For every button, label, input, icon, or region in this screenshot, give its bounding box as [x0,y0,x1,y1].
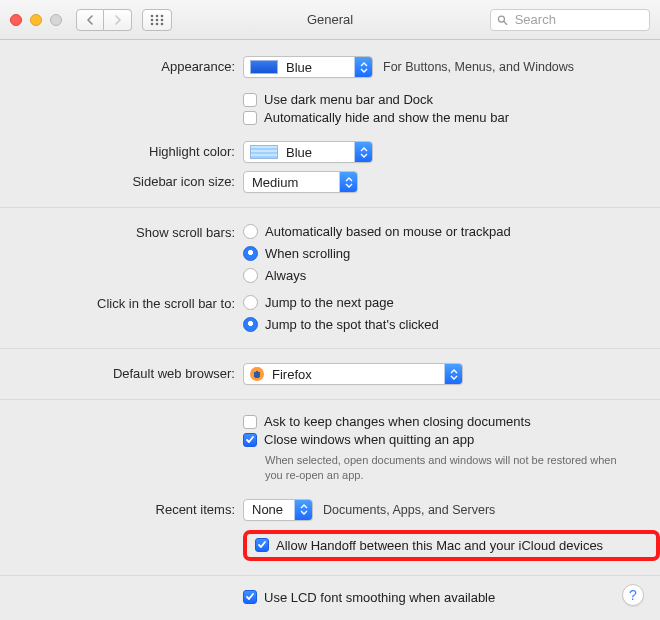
grid-icon [150,14,164,26]
appearance-label: Appearance: [0,56,243,74]
forward-button[interactable] [104,9,132,31]
click-scroll-label: Click in the scroll bar to: [0,293,243,311]
help-button[interactable]: ? [622,584,644,606]
browser-label: Default web browser: [0,363,243,381]
svg-point-9 [498,16,504,22]
auto-hide-menubar-label: Automatically hide and show the menu bar [264,110,509,125]
appearance-hint: For Buttons, Menus, and Windows [383,60,574,74]
chevron-up-down-icon [294,500,312,520]
dark-menu-checkbox[interactable]: Use dark menu bar and Dock [243,92,660,107]
sidebar-size-popup[interactable]: Medium [243,171,358,193]
search-input[interactable] [513,11,643,29]
svg-point-3 [151,18,154,21]
search-icon [497,14,508,26]
scrollbars-option-auto[interactable]: Automatically based on mouse or trackpad [243,224,660,239]
svg-point-8 [161,22,164,25]
handoff-highlight: Allow Handoff between this Mac and your … [243,530,660,561]
auto-hide-menubar-checkbox[interactable]: Automatically hide and show the menu bar [243,110,660,125]
browser-value: Firefox [264,367,444,382]
recent-items-suffix: Documents, Apps, and Servers [323,503,495,517]
svg-line-10 [504,21,507,24]
close-windows-note: When selected, open documents and window… [265,453,625,483]
ask-keep-changes-checkbox[interactable]: Ask to keep changes when closing documen… [243,414,660,429]
chevron-up-down-icon [354,57,372,77]
scrollbars-label: Show scroll bars: [0,222,243,240]
svg-point-2 [161,14,164,17]
chevron-up-down-icon [354,142,372,162]
firefox-icon [250,367,264,381]
recent-items-value: None [244,502,294,517]
dark-menu-label: Use dark menu bar and Dock [264,92,433,107]
sidebar-size-value: Medium [244,175,339,190]
highlight-swatch [250,145,278,159]
highlight-popup[interactable]: Blue [243,141,373,163]
zoom-window-button [50,14,62,26]
click-scroll-option-page[interactable]: Jump to the next page [243,295,660,310]
back-button[interactable] [76,9,104,31]
highlight-label: Highlight color: [0,141,243,159]
browser-popup[interactable]: Firefox [243,363,463,385]
click-scroll-option-spot[interactable]: Jump to the spot that's clicked [243,317,660,332]
search-field[interactable] [490,9,650,31]
close-window-button[interactable] [10,14,22,26]
appearance-popup[interactable]: Blue [243,56,373,78]
scrollbars-option-always[interactable]: Always [243,268,660,283]
svg-point-7 [156,22,159,25]
recent-items-popup[interactable]: None [243,499,313,521]
highlight-value: Blue [278,145,354,160]
titlebar: General [0,0,660,40]
handoff-checkbox[interactable]: Allow Handoff between this Mac and your … [255,538,603,553]
appearance-swatch [250,60,278,74]
chevron-up-down-icon [339,172,357,192]
traffic-lights [10,14,62,26]
nav-back-forward [76,9,132,31]
scrollbars-option-when-scrolling[interactable]: When scrolling [243,246,660,261]
appearance-value: Blue [278,60,354,75]
sidebar-size-label: Sidebar icon size: [0,171,243,189]
general-pane: Appearance: Blue For Buttons, Menus, and… [0,40,660,620]
svg-point-4 [156,18,159,21]
chevron-up-down-icon [444,364,462,384]
svg-point-1 [156,14,159,17]
close-windows-checkbox[interactable]: Close windows when quitting an app [243,432,660,447]
svg-point-6 [151,22,154,25]
recent-items-label: Recent items: [0,499,243,517]
show-all-button[interactable] [142,9,172,31]
lcd-font-smoothing-checkbox[interactable]: Use LCD font smoothing when available [243,590,660,605]
minimize-window-button[interactable] [30,14,42,26]
svg-point-0 [151,14,154,17]
help-icon: ? [629,587,637,603]
svg-point-5 [161,18,164,21]
